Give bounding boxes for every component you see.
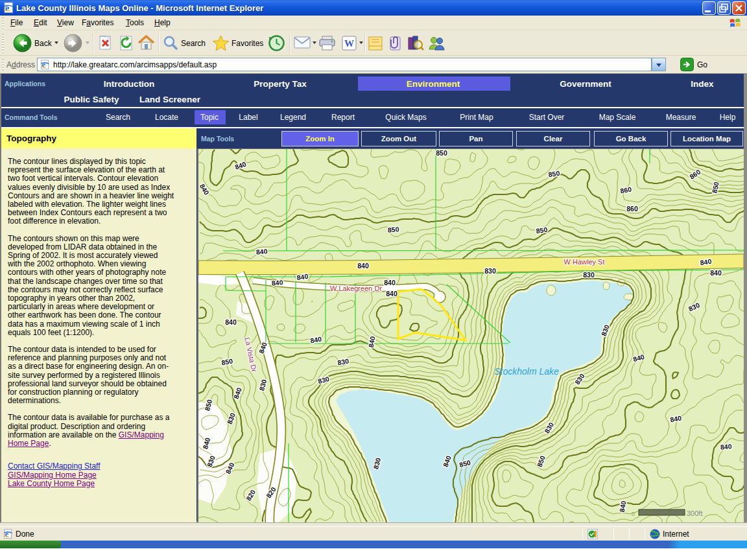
svg-text:e: e	[5, 3, 9, 13]
svg-text:840: 840	[710, 269, 722, 277]
svg-text:850: 850	[548, 169, 560, 178]
svg-text:e: e	[42, 60, 46, 69]
svg-text:0: 0	[632, 511, 635, 517]
svg-text:W Hawley St: W Hawley St	[564, 258, 605, 266]
svg-text:840: 840	[271, 278, 283, 286]
svg-text:840: 840	[384, 279, 396, 286]
svg-text:840: 840	[296, 272, 309, 281]
svg-text:W: W	[344, 38, 354, 49]
svg-text:300ft: 300ft	[687, 509, 702, 517]
svg-text:840: 840	[357, 262, 369, 270]
svg-text:830: 830	[484, 267, 496, 275]
svg-text:e: e	[5, 530, 9, 539]
svg-text:840: 840	[386, 290, 397, 298]
svg-text:840: 840	[225, 318, 237, 326]
svg-text:830: 830	[583, 271, 595, 279]
svg-text:850: 850	[536, 226, 548, 235]
svg-text:850: 850	[436, 149, 447, 157]
svg-text:840: 840	[255, 247, 268, 255]
svg-text:840: 840	[720, 442, 732, 450]
svg-text:840: 840	[700, 257, 712, 266]
svg-text:860: 860	[626, 205, 638, 213]
svg-text:Stockholm Lake: Stockholm Lake	[494, 366, 559, 377]
svg-text:850: 850	[387, 225, 399, 233]
svg-text:W Lakegreen Dr: W Lakegreen Dr	[330, 285, 382, 292]
